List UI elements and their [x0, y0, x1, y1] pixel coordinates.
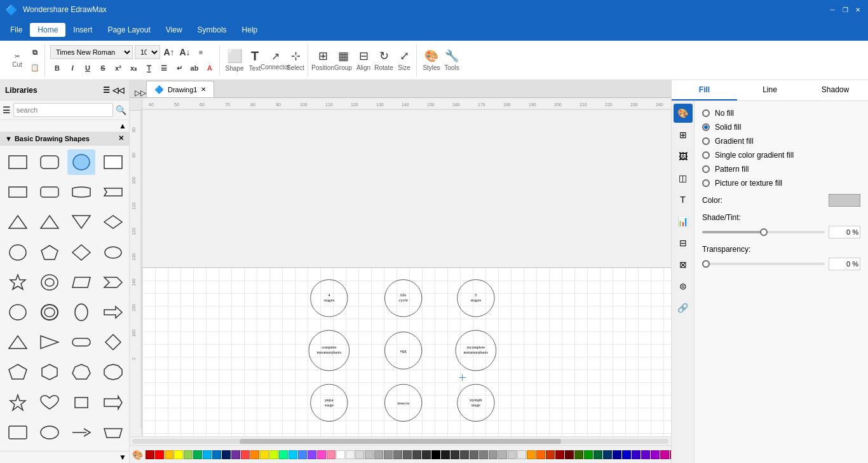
align-button[interactable]: ≡ [194, 45, 208, 59]
fill-option-no-fill[interactable]: No fill [702, 109, 860, 118]
italic-button[interactable]: I [65, 61, 79, 75]
shade-slider-thumb[interactable] [760, 228, 768, 236]
color-swatch[interactable] [355, 450, 364, 459]
color-swatch[interactable] [622, 450, 631, 459]
color-swatch[interactable] [451, 450, 459, 459]
rp-layers-icon[interactable]: ◫ [674, 169, 693, 188]
color-swatch[interactable] [203, 450, 212, 459]
shape-heart[interactable] [36, 390, 64, 415]
color-swatch[interactable] [393, 450, 402, 459]
color-swatch[interactable] [327, 450, 336, 459]
paste-button[interactable]: 📋 [28, 61, 42, 75]
menu-symbols[interactable]: Symbols [190, 23, 234, 37]
color-swatch[interactable] [260, 450, 269, 459]
color-swatch[interactable] [660, 450, 669, 459]
color-swatch[interactable] [250, 450, 259, 459]
color-swatch[interactable] [222, 450, 231, 459]
rp-image-icon[interactable]: 🖼 [674, 147, 693, 166]
rp-tab-shadow[interactable]: Shadow [803, 80, 868, 100]
color-swatch[interactable] [165, 450, 173, 459]
shape-rect[interactable] [4, 149, 32, 175]
color-swatch[interactable] [651, 450, 660, 459]
fill-option-texture[interactable]: Picture or texture fill [702, 179, 860, 188]
shape-poly5[interactable] [4, 359, 32, 385]
color-swatch[interactable] [593, 450, 602, 459]
strikethrough-button[interactable]: S [96, 61, 110, 75]
styles-button[interactable]: 🎨 Styles [422, 44, 441, 77]
section-close-icon[interactable]: ✕ [118, 134, 124, 142]
menu-help[interactable]: Help [234, 23, 266, 37]
color-swatch[interactable] [441, 450, 450, 459]
color-swatch[interactable] [298, 450, 307, 459]
color-swatch[interactable] [546, 450, 555, 459]
shape-arrow2[interactable] [99, 390, 127, 415]
fill-option-pattern[interactable]: Pattern fill [702, 165, 860, 174]
color-swatch[interactable] [555, 450, 564, 459]
shape-chevron-right[interactable] [99, 270, 127, 295]
color-swatch[interactable] [479, 450, 488, 459]
horizontal-scrollbar[interactable] [130, 436, 671, 445]
color-swatch[interactable] [336, 450, 345, 459]
search-input[interactable] [13, 103, 113, 117]
tools-button[interactable]: 🔧 Tools [442, 44, 461, 77]
position-button[interactable]: ⊞ Position [313, 44, 332, 77]
menu-insert[interactable]: Insert [65, 23, 100, 37]
underline-button[interactable]: U [81, 61, 95, 75]
color-swatch[interactable] [508, 450, 517, 459]
shape-ellipse[interactable] [99, 240, 127, 265]
shape-ellipse2[interactable] [67, 300, 95, 325]
copy-button[interactable]: ⧉ [28, 46, 42, 60]
shape-banner1[interactable] [67, 179, 95, 205]
color-swatch[interactable] [365, 450, 374, 459]
shape-poly7[interactable] [67, 359, 95, 385]
color-swatch[interactable] [193, 450, 202, 459]
color-swatch[interactable] [174, 450, 183, 459]
color-swatch[interactable] [212, 450, 221, 459]
color-swatch[interactable] [498, 450, 507, 459]
color-swatch[interactable] [269, 450, 278, 459]
color-swatch[interactable] [632, 450, 641, 459]
rp-tab-fill[interactable]: Fill [672, 80, 737, 100]
shape-arrow-right[interactable] [99, 300, 127, 325]
shape-rect-s[interactable] [67, 390, 95, 415]
fill-option-gradient[interactable]: Gradient fill [702, 137, 860, 146]
shape-triangle4[interactable] [99, 209, 127, 235]
rp-special-icon[interactable]: ⊜ [674, 277, 693, 296]
shape-triangle1[interactable] [4, 209, 32, 235]
color-swatch[interactable] [603, 450, 612, 459]
color-swatch[interactable] [431, 450, 440, 459]
color-swatch[interactable] [346, 450, 355, 459]
rp-text-icon[interactable]: T [674, 190, 693, 209]
color-swatch[interactable] [146, 450, 154, 459]
fill-option-single-gradient[interactable]: Single color gradient fill [702, 151, 860, 160]
shape-pentagon[interactable] [36, 240, 64, 265]
shape-tri5[interactable] [4, 329, 32, 355]
format-button[interactable]: T̲ [142, 61, 156, 75]
text-bg-button[interactable]: ab [187, 61, 201, 75]
tab-close-icon[interactable]: ✕ [201, 86, 206, 93]
menu-page-layout[interactable]: Page Layout [100, 23, 158, 37]
shape-rounded-rect[interactable] [36, 149, 64, 175]
shape-circle2[interactable] [4, 240, 32, 265]
transparency-value-input[interactable]: 0 % [829, 258, 860, 270]
increase-font-button[interactable]: A↑ [162, 45, 176, 59]
color-swatch[interactable] [574, 450, 583, 459]
color-picker-box[interactable] [829, 194, 860, 207]
scroll-down-button[interactable]: ▼ [119, 453, 126, 462]
color-swatch[interactable] [384, 450, 393, 459]
menu-view[interactable]: View [158, 23, 190, 37]
shape-rect2[interactable] [4, 179, 32, 205]
color-swatch[interactable] [412, 450, 421, 459]
library-menu-icon[interactable]: ☰ [3, 105, 11, 115]
close-button[interactable]: ✕ [853, 4, 863, 15]
shape-circle3[interactable] [4, 300, 32, 325]
rp-chart-icon[interactable]: 📊 [674, 212, 693, 231]
cut-button[interactable]: ✂ Cut [8, 44, 27, 77]
decrease-font-button[interactable]: A↓ [178, 45, 192, 59]
rp-fill-icon[interactable]: 🎨 [674, 104, 693, 123]
libraries-collapse-icon[interactable]: ◁◁ [112, 86, 124, 95]
color-swatch[interactable] [565, 450, 574, 459]
shade-value-input[interactable]: 0 % [829, 226, 860, 238]
color-swatch[interactable] [241, 450, 250, 459]
color-swatch[interactable] [279, 450, 288, 459]
